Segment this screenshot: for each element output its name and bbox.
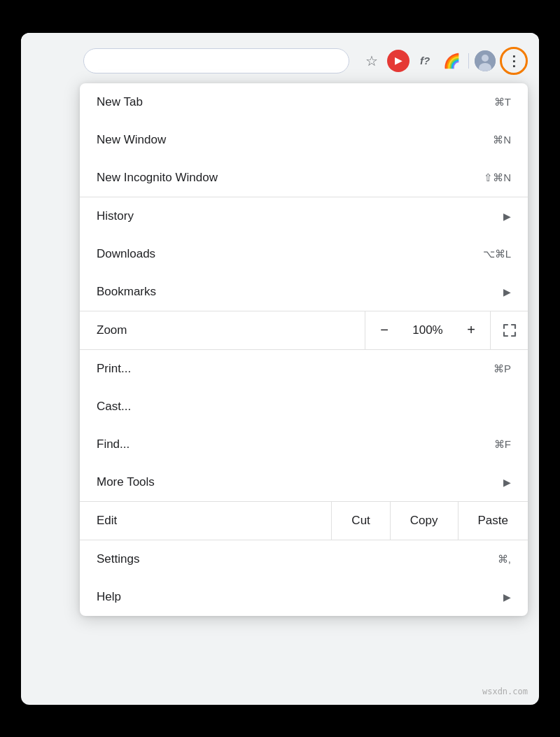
menu-item-more-tools[interactable]: More Tools ▶ — [80, 463, 528, 501]
copy-button[interactable]: Copy — [390, 502, 458, 540]
star-icon[interactable]: ☆ — [360, 50, 383, 72]
paste-button[interactable]: Paste — [458, 502, 528, 540]
arrow-right-icon: ▶ — [503, 286, 511, 297]
menu-item-cast[interactable]: Cast... — [80, 388, 528, 426]
cut-button[interactable]: Cut — [331, 502, 389, 540]
menu-item-print[interactable]: Print... ⌘P — [80, 350, 528, 388]
zoom-plus-button[interactable]: + — [452, 311, 490, 349]
menu-item-find[interactable]: Find... ⌘F — [80, 426, 528, 463]
watermark: wsxdn.com — [482, 687, 528, 696]
zoom-label[interactable]: Zoom — [80, 311, 365, 349]
zoom-row: Zoom − 100% + — [80, 311, 528, 349]
arrow-right-icon: ▶ — [503, 211, 511, 222]
extension-icon-red[interactable]: ▶ — [387, 50, 410, 72]
menu-item-new-incognito[interactable]: New Incognito Window ⇧⌘N — [80, 159, 528, 197]
avatar[interactable] — [475, 50, 496, 71]
address-bar[interactable] — [83, 48, 349, 73]
menu-item-new-window[interactable]: New Window ⌘N — [80, 121, 528, 159]
browser-toolbar: ☆ ▶ f? 🌈 ⋮ — [21, 33, 539, 89]
svg-point-1 — [482, 55, 489, 62]
fx-icon[interactable]: f? — [414, 50, 436, 72]
menu-item-help[interactable]: Help ▶ — [80, 578, 528, 616]
arrow-right-icon: ▶ — [503, 591, 511, 603]
menu-item-history[interactable]: History ▶ — [80, 197, 528, 235]
zoom-value: 100% — [403, 311, 452, 349]
arrow-right-icon: ▶ — [503, 477, 511, 488]
menu-item-downloads[interactable]: Downloads ⌥⌘L — [80, 235, 528, 273]
zoom-controls: − 100% + — [365, 311, 490, 349]
toolbar-icons: ☆ ▶ f? 🌈 ⋮ — [360, 47, 528, 75]
menu-item-new-tab[interactable]: New Tab ⌘T — [80, 83, 528, 121]
edit-row: Edit Cut Copy Paste — [80, 502, 528, 540]
edit-label: Edit — [80, 502, 331, 540]
menu-dropdown: New Tab ⌘T New Window ⌘N New Incognito W… — [80, 83, 528, 616]
zoom-minus-button[interactable]: − — [365, 311, 403, 349]
browser-frame: ☆ ▶ f? 🌈 ⋮ New Tab ⌘T New Window — [21, 33, 539, 705]
colorful-icon[interactable]: 🌈 — [440, 50, 463, 72]
three-dots-highlight[interactable]: ⋮ — [500, 47, 528, 75]
edit-actions: Cut Copy Paste — [331, 502, 528, 540]
zoom-fullscreen-button[interactable] — [490, 311, 528, 349]
three-dots-icon[interactable]: ⋮ — [503, 50, 525, 72]
toolbar-divider — [468, 53, 469, 69]
menu-item-bookmarks[interactable]: Bookmarks ▶ — [80, 273, 528, 311]
menu-item-settings[interactable]: Settings ⌘, — [80, 540, 528, 578]
